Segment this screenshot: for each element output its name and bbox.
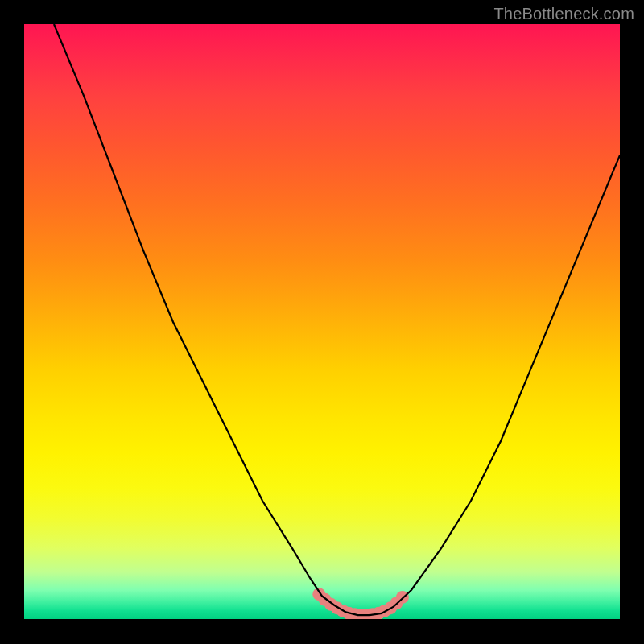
curve-layer — [24, 24, 620, 620]
plot-area — [24, 24, 620, 620]
bottleneck-curve — [54, 24, 620, 615]
chart-frame: TheBottleneck.com — [0, 0, 644, 644]
watermark-text: TheBottleneck.com — [493, 5, 634, 23]
baseline-band — [24, 619, 620, 620]
